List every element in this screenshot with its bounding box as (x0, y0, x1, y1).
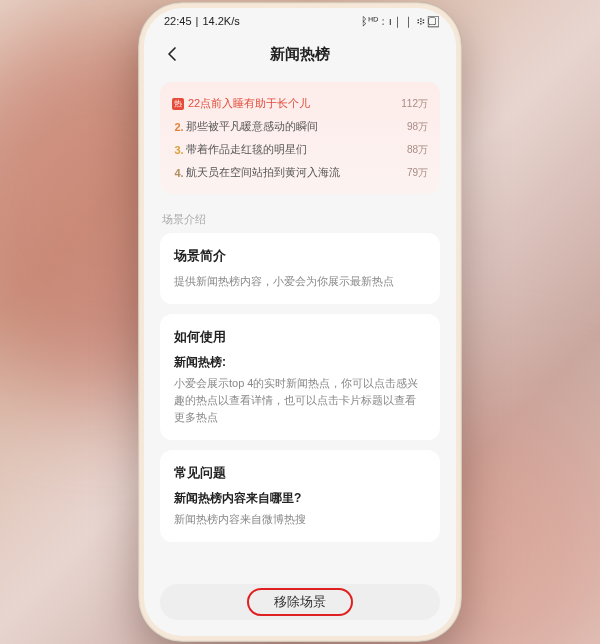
faq-body: 新闻热榜内容来自微博热搜 (174, 511, 426, 528)
hotlist-card[interactable]: 热 22点前入睡有助于长个儿 112万 2. 那些被平凡暖意感动的瞬间 98万 … (160, 82, 440, 194)
remove-scene-button[interactable]: 移除场景 (160, 584, 440, 620)
status-speed: 14.2K/s (202, 15, 239, 27)
brief-heading: 场景简介 (174, 247, 426, 265)
status-icons: ᛒᴴᴰ﹕ı｜｜ ፨ ▢⃞ (361, 14, 436, 29)
faq-heading: 常见问题 (174, 464, 426, 482)
section-label: 场景介绍 (162, 212, 438, 227)
hotlist-rank: 4. (172, 167, 186, 179)
hotlist-item[interactable]: 3. 带着作品走红毯的明星们 88万 (172, 138, 428, 161)
hotlist-title: 那些被平凡暖意感动的瞬间 (186, 119, 401, 134)
status-time: 22:45 (164, 15, 192, 27)
hotlist-item[interactable]: 4. 航天员在空间站拍到黄河入海流 79万 (172, 161, 428, 184)
status-bar: 22:45 | 14.2K/s ᛒᴴᴰ﹕ı｜｜ ፨ ▢⃞ (144, 8, 456, 34)
phone-frame: 22:45 | 14.2K/s ᛒᴴᴰ﹕ı｜｜ ፨ ▢⃞ 新闻热榜 热 22点前… (138, 2, 462, 642)
hotlist-count: 88万 (407, 143, 428, 157)
hotlist-item[interactable]: 热 22点前入睡有助于长个儿 112万 (172, 92, 428, 115)
footer: 移除场景 (144, 576, 456, 636)
hotlist-title: 带着作品走红毯的明星们 (186, 142, 401, 157)
hotlist-count: 79万 (407, 166, 428, 180)
hotlist-count: 112万 (401, 97, 428, 111)
hotlist-title: 航天员在空间站拍到黄河入海流 (186, 165, 401, 180)
back-button[interactable] (160, 42, 184, 66)
usage-subheading: 新闻热榜: (174, 354, 426, 371)
content-scroll[interactable]: 场景简介 提供新闻热榜内容，小爱会为你展示最新热点 如何使用 新闻热榜: 小爱会… (144, 233, 456, 576)
page-header: 新闻热榜 (144, 34, 456, 74)
faq-card: 常见问题 新闻热榜内容来自哪里? 新闻热榜内容来自微博热搜 (160, 450, 440, 542)
screen: 22:45 | 14.2K/s ᛒᴴᴰ﹕ı｜｜ ፨ ▢⃞ 新闻热榜 热 22点前… (144, 8, 456, 636)
hot-badge-icon: 热 (172, 98, 184, 110)
usage-card: 如何使用 新闻热榜: 小爱会展示top 4的实时新闻热点，你可以点击感兴趣的热点… (160, 314, 440, 440)
remove-scene-label: 移除场景 (274, 594, 326, 609)
arrow-left-icon (163, 45, 181, 63)
faq-subheading: 新闻热榜内容来自哪里? (174, 490, 426, 507)
hotlist-item[interactable]: 2. 那些被平凡暖意感动的瞬间 98万 (172, 115, 428, 138)
hotlist-count: 98万 (407, 120, 428, 134)
usage-heading: 如何使用 (174, 328, 426, 346)
brief-card: 场景简介 提供新闻热榜内容，小爱会为你展示最新热点 (160, 233, 440, 304)
hotlist-title: 22点前入睡有助于长个儿 (188, 96, 395, 111)
page-title: 新闻热榜 (270, 45, 330, 64)
hotlist-rank: 2. (172, 121, 186, 133)
brief-body: 提供新闻热榜内容，小爱会为你展示最新热点 (174, 273, 426, 290)
usage-body: 小爱会展示top 4的实时新闻热点，你可以点击感兴趣的热点以查看详情，也可以点击… (174, 375, 426, 426)
hotlist-rank: 3. (172, 144, 186, 156)
